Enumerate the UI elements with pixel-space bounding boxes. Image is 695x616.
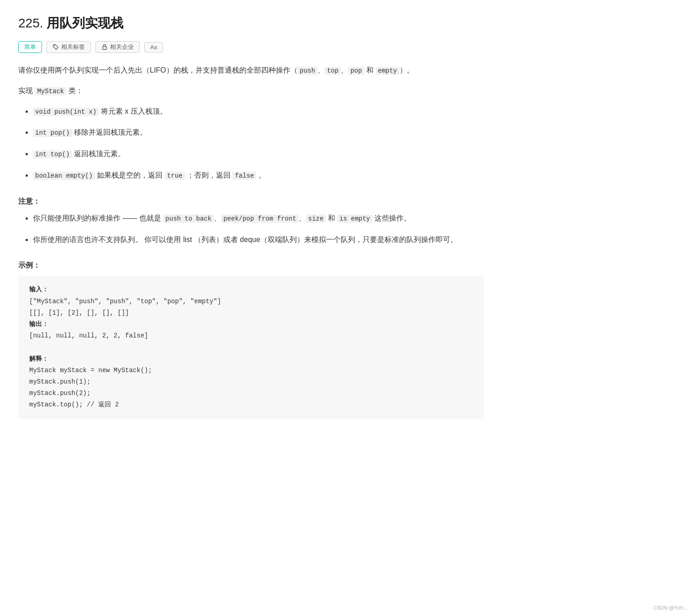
code-false: false — [232, 172, 256, 180]
note-item-2: 你所使用的语言也许不支持队列。 你可以使用 list （列表）或者 deque（… — [33, 233, 484, 247]
code-void-push: void push(int x) — [33, 108, 99, 116]
example-box: 输入： ["MyStack", "push", "push", "top", "… — [18, 276, 484, 419]
list-item: void push(int x) 将元素 x 压入栈顶。 — [33, 105, 484, 118]
code-push-to-back: push to back — [163, 215, 214, 223]
output-label: 输出： — [29, 321, 48, 328]
input-label: 输入： — [29, 286, 48, 293]
tag-easy[interactable]: 简单 — [18, 41, 42, 53]
code-boolean-empty: boolean empty() — [33, 172, 95, 180]
page-title: 225. 用队列实现栈 — [18, 15, 484, 32]
list-item: int top() 返回栈顶元素。 — [33, 147, 484, 161]
note-item-1: 你只能使用队列的标准操作 —— 也就是 push to back、peek/po… — [33, 212, 484, 225]
implement-description: 实现 MyStack 类： — [18, 84, 484, 98]
code-top: top — [325, 67, 341, 75]
list-item: int pop() 移除并返回栈顶元素。 — [33, 126, 484, 139]
example-content: 输入： ["MyStack", "push", "push", "top", "… — [29, 284, 473, 411]
input-line1: ["MyStack", "push", "push", "top", "pop"… — [29, 298, 221, 305]
note-section: 注意： 你只能使用队列的标准操作 —— 也就是 push to back、pee… — [18, 197, 484, 247]
tag-related-companies[interactable]: 相关企业 — [95, 41, 140, 53]
code-int-pop: int pop() — [33, 129, 72, 137]
output-line: [null, null, null, 2, 2, false] — [29, 332, 148, 339]
explain-line4: myStack.top(); // 返回 2 — [29, 401, 119, 408]
methods-list: void push(int x) 将元素 x 压入栈顶。 int pop() 移… — [18, 105, 484, 182]
explain-line2: myStack.push(1); — [29, 378, 90, 385]
explain-label: 解释： — [29, 355, 48, 363]
tags-row: 简单 相关标签 相关企业 Ax — [18, 41, 484, 53]
tag-related-tags[interactable]: 相关标签 — [47, 41, 91, 53]
note-title: 注意： — [18, 197, 484, 206]
code-push: push — [298, 67, 318, 75]
code-int-top: int top() — [33, 150, 72, 158]
example-title: 示例： — [18, 261, 484, 270]
code-mystack-class: MyStack — [35, 87, 66, 95]
code-empty: empty — [376, 67, 400, 75]
problem-description: 请你仅使用两个队列实现一个后入先出（LIFO）的栈，并支持普通栈的全部四种操作（… — [18, 64, 484, 77]
explain-line1: MyStack myStack = new MyStack(); — [29, 367, 152, 374]
code-pop: pop — [348, 67, 364, 75]
list-item: boolean empty() 如果栈是空的，返回 true ；否则，返回 fa… — [33, 169, 484, 182]
svg-rect-1 — [103, 47, 107, 49]
code-is-empty: is empty — [337, 215, 372, 223]
tag-icon — [53, 44, 59, 50]
lock-icon — [101, 44, 108, 50]
example-section: 示例： 输入： ["MyStack", "push", "push", "top… — [18, 261, 484, 419]
tag-ax[interactable]: Ax — [144, 42, 163, 53]
svg-point-0 — [54, 46, 55, 47]
explain-line3: myStack.push(2); — [29, 390, 90, 397]
input-line2: [[], [1], [2], [], [], []] — [29, 309, 129, 316]
code-true: true — [165, 172, 185, 180]
code-peek-pop-from-front: peek/pop from front — [221, 215, 299, 223]
code-size: size — [306, 215, 326, 223]
notes-list: 你只能使用队列的标准操作 —— 也就是 push to back、peek/po… — [18, 212, 484, 247]
